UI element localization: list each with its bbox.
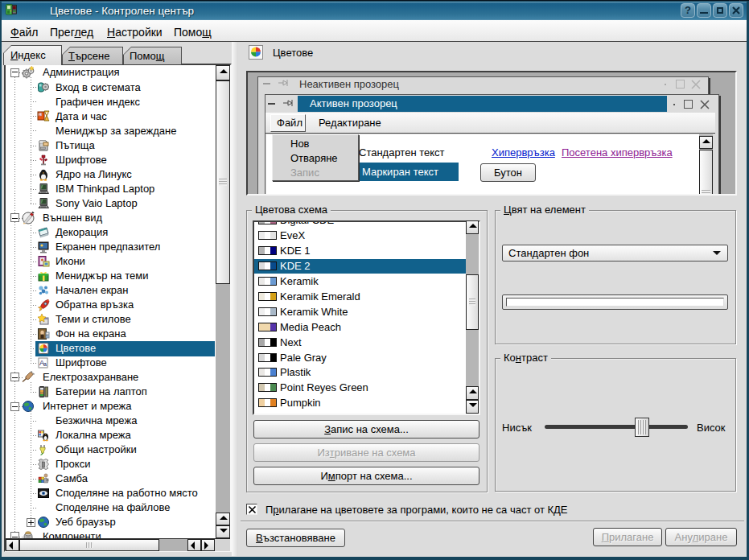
svg-text:a: a — [43, 361, 47, 367]
svg-text:3: 3 — [39, 113, 41, 117]
